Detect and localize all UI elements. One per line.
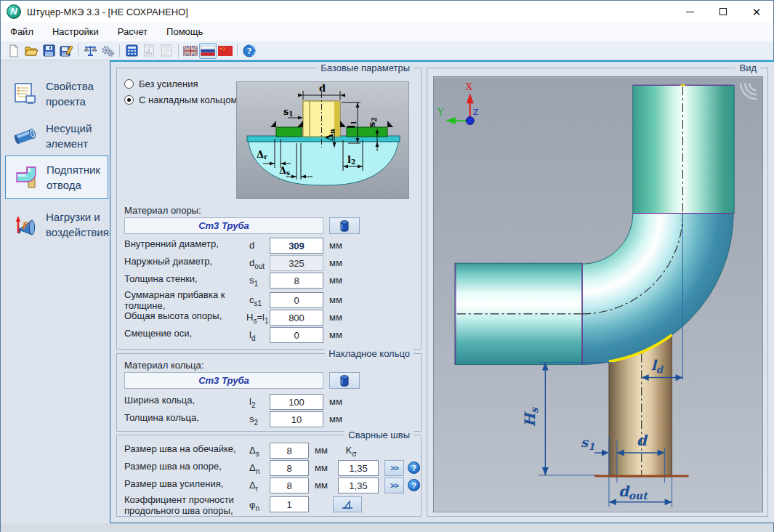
field-row-axis-offset: Смещение оси, ld мм — [124, 327, 416, 344]
ring-material-database-button[interactable] — [329, 372, 360, 389]
seam-strength-factor-input[interactable] — [270, 496, 309, 512]
reinforcement-weld-k-input[interactable] — [338, 477, 379, 493]
minimize-icon — [686, 12, 694, 12]
save-file-icon[interactable] — [40, 43, 57, 59]
outer-diameter-input — [270, 255, 323, 271]
unit-label: мм — [329, 396, 342, 407]
app-logo-icon: N — [7, 4, 21, 19]
window-title: Штуцер-МКЭ 3.3 - [НЕ СОХРАНЕНО] — [27, 7, 188, 17]
axis-offset-input[interactable] — [270, 327, 323, 343]
field-label: Толщина стенки, — [124, 273, 249, 284]
field-row-wall-thickness: Толщина стенки, s1 мм — [124, 273, 416, 289]
support-weld-k-input[interactable] — [338, 460, 379, 476]
unit-label: мм — [329, 414, 342, 424]
group-title: Сварные швы — [344, 430, 414, 440]
maximize-button[interactable] — [706, 1, 740, 23]
unit-label: мм — [329, 240, 342, 251]
support-weld-size-input[interactable] — [270, 460, 309, 476]
field-label: Общая высота опоры, — [124, 310, 249, 321]
menu-file[interactable]: Файл — [1, 23, 43, 41]
group-title: Вид — [735, 63, 760, 73]
flag-chinese-icon[interactable] — [217, 43, 234, 59]
close-button[interactable]: ✕ — [740, 1, 773, 23]
field-label: Ширина кольца, — [124, 395, 249, 406]
inner-diameter-input[interactable] — [270, 238, 323, 254]
unit-label: мм — [329, 294, 342, 305]
unit-label: мм — [329, 275, 342, 286]
toolbar: ? — [1, 41, 773, 60]
radio-circle-checked-icon — [124, 95, 134, 105]
reinforcement-weld-help-icon[interactable]: ? — [408, 479, 420, 491]
sidebar-item-project-properties[interactable]: Свойства проекта — [5, 73, 108, 114]
unit-label: мм — [329, 257, 342, 268]
toolbar-separator — [78, 44, 78, 57]
units-balance-icon[interactable] — [81, 43, 99, 59]
maximize-icon — [719, 8, 727, 15]
radio-no-reinforcement[interactable]: Без усиления — [124, 78, 198, 89]
minimize-button[interactable] — [673, 1, 706, 23]
support-height-input[interactable] — [270, 310, 323, 326]
support-material-label: Материал опоры: — [124, 205, 201, 216]
flag-russian-icon[interactable] — [199, 43, 217, 59]
calculator-icon[interactable] — [123, 43, 140, 59]
sidebar-item-label: Нагрузки и воздействия — [46, 209, 109, 240]
field-label: Внутренний диаметр, — [124, 238, 249, 249]
support-material-field[interactable]: Ст3 Труба — [124, 217, 323, 234]
app-window: N Штуцер-МКЭ 3.3 - [НЕ СОХРАНЕНО] ✕ Файл… — [0, 0, 774, 532]
weld-symbol-button[interactable] — [333, 496, 362, 512]
group-view: Вид — [427, 68, 768, 517]
field-label: Размер шва на обечайке, — [124, 443, 249, 454]
ring-width-input[interactable] — [270, 394, 323, 410]
reinforcement-weld-more-button[interactable]: >> — [384, 477, 404, 493]
reinforcement-weld-size-input[interactable] — [270, 477, 309, 493]
thickness-allowance-input[interactable] — [270, 292, 323, 308]
svg-text:Z: Z — [473, 108, 479, 117]
sidebar-item-bearing-element[interactable]: Несущий элемент — [5, 116, 108, 156]
new-document-icon[interactable] — [5, 43, 23, 59]
toolbar-separator — [119, 44, 120, 57]
field-label: Толщина кольца, — [124, 412, 249, 423]
settings-gears-icon[interactable] — [99, 43, 116, 59]
status-strip — [1, 523, 773, 532]
sidebar-item-loads[interactable]: F Нагрузки и воздействия — [5, 204, 108, 245]
dim-label-d: d — [637, 432, 648, 449]
ring-thickness-input[interactable] — [270, 411, 323, 427]
ring-material-label: Материал кольца: — [124, 360, 203, 371]
menu-bar: Файл Настройки Расчет Помощь — [1, 23, 773, 41]
field-label: Суммарная прибавка к толщине, — [124, 289, 249, 311]
menu-settings[interactable]: Настройки — [43, 23, 108, 41]
svg-text:Y: Y — [437, 107, 444, 118]
menu-help[interactable]: Помощь — [157, 23, 212, 41]
main-panel: Базовые параметры Без усиления С накладн… — [110, 60, 774, 523]
flag-english-icon[interactable] — [182, 43, 199, 59]
open-file-icon[interactable] — [23, 43, 40, 59]
support-weld-more-button[interactable]: >> — [384, 460, 404, 476]
field-row-shell-weld: Размер шва на обечайке, Δs мм — [124, 443, 416, 459]
unit-label: мм — [315, 462, 328, 473]
ring-material-field[interactable]: Ст3 Труба — [124, 372, 323, 389]
group-title: Базовые параметры — [317, 63, 414, 73]
viewport-3d[interactable]: X Y Z — [433, 76, 763, 512]
support-material-database-button[interactable] — [329, 217, 360, 234]
title-bar: N Штуцер-МКЭ 3.3 - [НЕ СОХРАНЕНО] ✕ — [1, 1, 773, 23]
shell-weld-size-input[interactable] — [270, 443, 309, 459]
save-as-icon[interactable] — [57, 43, 75, 59]
menu-calculation[interactable]: Расчет — [108, 23, 157, 41]
field-row-support-weld: Размер шва на опоре, Δn мм >> ? — [124, 460, 416, 477]
radio-circle-icon — [124, 79, 134, 89]
support-weld-help-icon[interactable]: ? — [408, 462, 420, 474]
unit-label: мм — [315, 480, 328, 491]
toolbar-separator — [237, 44, 238, 57]
nozzle-schematic-diagram: d s1 Δn l1 s2 Δr Δs l2 — [236, 81, 409, 199]
sidebar-item-label: Свойства проекта — [46, 78, 108, 109]
close-icon: ✕ — [752, 7, 762, 17]
radio-with-overlay-ring[interactable]: С накладным кольцом — [124, 94, 237, 105]
sidebar-item-elbow-support[interactable]: Подпятник отвода — [5, 156, 108, 199]
svg-text:X: X — [466, 81, 473, 92]
help-icon[interactable]: ? — [241, 43, 258, 59]
group-overlay-ring: Накладное кольцо Материал кольца: Ст3 Тр… — [116, 353, 422, 432]
database-cylinder-icon — [339, 220, 350, 232]
field-row-reinforcement-weld: Размер шва усиления, Δr мм >> ? — [124, 477, 416, 494]
wall-thickness-input[interactable] — [270, 273, 323, 289]
toolbar-separator — [178, 44, 179, 57]
